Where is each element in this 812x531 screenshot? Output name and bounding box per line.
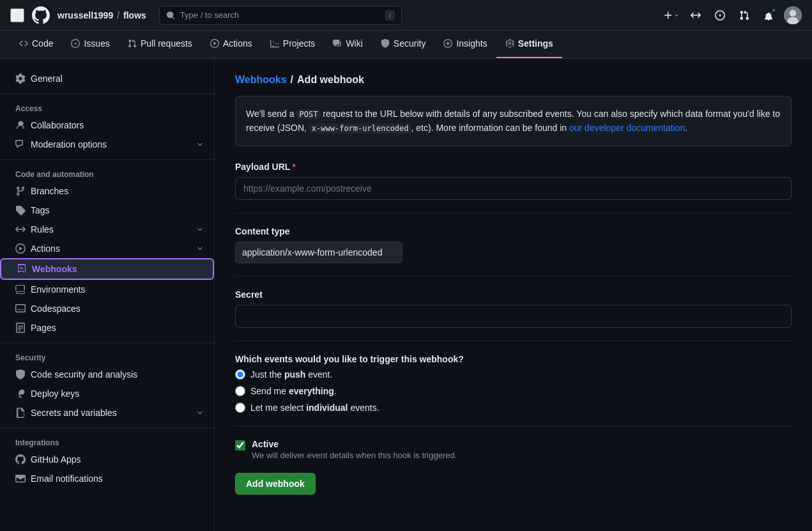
sidebar-item-codesec-label: Code security and analysis bbox=[31, 369, 137, 380]
search-icon bbox=[166, 11, 175, 20]
sidebar-item-pages[interactable]: Pages bbox=[0, 318, 214, 337]
sidebar-item-secrets[interactable]: Secrets and variables bbox=[0, 403, 214, 422]
content-type-group: Content type application/x-www-form-urle… bbox=[235, 226, 792, 263]
secret-label: Secret bbox=[235, 289, 792, 300]
secret-input[interactable] bbox=[235, 305, 792, 328]
tab-wiki[interactable]: Wiki bbox=[324, 30, 371, 58]
tab-pull-requests[interactable]: Pull requests bbox=[119, 30, 201, 58]
tab-pr-label: Pull requests bbox=[141, 38, 192, 49]
mail-icon bbox=[15, 473, 26, 484]
webhook-description: We'll send a POST request to the URL bel… bbox=[235, 96, 792, 146]
content-type-label: Content type bbox=[235, 226, 792, 236]
github-icon-sidebar bbox=[15, 454, 26, 465]
tab-code[interactable]: Code bbox=[10, 30, 62, 58]
sidebar-item-github-apps[interactable]: GitHub Apps bbox=[0, 450, 214, 469]
repo-tabs: Code Issues Pull requests Actions Projec… bbox=[0, 31, 812, 59]
active-hint: We will deliver event details when this … bbox=[252, 450, 457, 460]
events-group: Which events would you like to trigger t… bbox=[235, 354, 792, 413]
create-new-button[interactable] bbox=[663, 6, 680, 24]
secret-group: Secret bbox=[235, 289, 792, 328]
sidebar-item-branches[interactable]: Branches bbox=[0, 181, 214, 201]
sidebar-item-general-label: General bbox=[31, 73, 63, 84]
developer-docs-link[interactable]: our developer documentation bbox=[569, 123, 685, 133]
divider-2 bbox=[235, 276, 792, 277]
shield-icon-tab bbox=[381, 39, 390, 48]
radio-just-push-input[interactable] bbox=[235, 369, 245, 380]
sidebar-item-code-security[interactable]: Code security and analysis bbox=[0, 365, 214, 384]
sidebar-item-webhooks[interactable]: Webhooks bbox=[0, 258, 214, 280]
breadcrumb-separator: / bbox=[117, 10, 119, 20]
comment-icon bbox=[15, 139, 26, 150]
user-avatar[interactable] bbox=[784, 6, 802, 24]
active-group: Active We will deliver event details whe… bbox=[235, 439, 792, 460]
active-checkbox-wrap: Active We will deliver event details whe… bbox=[235, 439, 792, 460]
tab-code-label: Code bbox=[32, 38, 53, 49]
radio-everything[interactable]: Send me everything. bbox=[235, 386, 792, 396]
breadcrumb-webhooks-link[interactable]: Webhooks bbox=[235, 74, 287, 86]
repo-breadcrumb: wrussell1999 / flows bbox=[57, 10, 146, 20]
tab-settings[interactable]: Settings bbox=[496, 30, 562, 58]
search-kbd: / bbox=[385, 10, 395, 20]
code-icon bbox=[19, 39, 28, 48]
radio-individual-text: Let me select individual events. bbox=[250, 403, 379, 413]
radio-individual-input[interactable] bbox=[235, 403, 245, 413]
branch-icon bbox=[15, 186, 26, 196]
search-placeholder: Type / to search bbox=[180, 10, 240, 20]
command-palette-button[interactable] bbox=[687, 6, 705, 24]
sidebar-section-code-automation: Code and automation bbox=[0, 165, 214, 181]
payload-url-label: Payload URL* bbox=[235, 162, 792, 172]
username-link[interactable]: wrussell1999 bbox=[57, 10, 113, 20]
tab-actions[interactable]: Actions bbox=[201, 30, 261, 58]
pages-icon bbox=[15, 323, 26, 333]
tab-issues[interactable]: Issues bbox=[62, 30, 118, 58]
sidebar-item-moderation-label: Moderation options bbox=[31, 139, 107, 150]
key-icon bbox=[15, 389, 26, 399]
divider-3 bbox=[235, 341, 792, 341]
sidebar-item-codespaces[interactable]: Codespaces bbox=[0, 299, 214, 318]
sidebar-divider-4 bbox=[0, 427, 214, 428]
play-icon-sidebar bbox=[15, 243, 26, 254]
person-icon bbox=[15, 120, 26, 130]
radio-individual[interactable]: Let me select individual events. bbox=[235, 403, 792, 413]
main-layout: General Access Collaborators Moderation … bbox=[0, 59, 812, 531]
gear-icon-tab bbox=[505, 39, 514, 48]
active-checkbox[interactable] bbox=[235, 440, 245, 450]
breadcrumb-current: Add webhook bbox=[297, 74, 364, 86]
wiki-icon bbox=[333, 39, 342, 48]
radio-group: Just the push event. Send me everything.… bbox=[235, 369, 792, 413]
sidebar-item-rules[interactable]: Rules bbox=[0, 220, 214, 239]
sidebar-item-email-notifications[interactable]: Email notifications bbox=[0, 469, 214, 488]
pr-icon bbox=[128, 39, 137, 48]
pull-requests-button[interactable] bbox=[735, 6, 753, 24]
add-webhook-button[interactable]: Add webhook bbox=[235, 473, 316, 495]
payload-url-input[interactable] bbox=[235, 177, 792, 200]
sidebar-item-tags-label: Tags bbox=[31, 205, 50, 215]
content-type-select[interactable]: application/x-www-form-urlencoded applic… bbox=[235, 242, 402, 263]
sidebar-item-environments[interactable]: Environments bbox=[0, 280, 214, 299]
active-label-group: Active We will deliver event details whe… bbox=[252, 439, 457, 460]
hamburger-menu[interactable] bbox=[10, 8, 24, 22]
divider-1 bbox=[235, 213, 792, 213]
radio-just-push[interactable]: Just the push event. bbox=[235, 369, 792, 380]
tab-issues-label: Issues bbox=[84, 38, 109, 49]
required-star: * bbox=[292, 162, 295, 172]
sidebar-item-codespaces-label: Codespaces bbox=[31, 304, 80, 314]
radio-everything-input[interactable] bbox=[235, 386, 245, 396]
sidebar-item-tags[interactable]: Tags bbox=[0, 201, 214, 220]
sidebar-divider-2 bbox=[0, 159, 214, 160]
sidebar-item-webhooks-label: Webhooks bbox=[32, 264, 77, 274]
sidebar-item-general[interactable]: General bbox=[0, 69, 214, 88]
issues-button[interactable] bbox=[711, 6, 729, 24]
sidebar-item-actions-settings[interactable]: Actions bbox=[0, 239, 214, 258]
secrets-icon bbox=[15, 408, 26, 418]
notifications-button[interactable] bbox=[760, 6, 778, 24]
sidebar-item-deploy-keys[interactable]: Deploy keys bbox=[0, 384, 214, 403]
tab-security[interactable]: Security bbox=[372, 30, 435, 58]
repo-link[interactable]: flows bbox=[123, 10, 146, 20]
tab-projects[interactable]: Projects bbox=[261, 30, 325, 58]
projects-icon bbox=[270, 39, 279, 48]
tab-insights[interactable]: Insights bbox=[434, 30, 496, 58]
global-search[interactable]: Type / to search / bbox=[159, 6, 402, 25]
sidebar-item-moderation[interactable]: Moderation options bbox=[0, 135, 214, 154]
sidebar-item-collaborators[interactable]: Collaborators bbox=[0, 116, 214, 135]
